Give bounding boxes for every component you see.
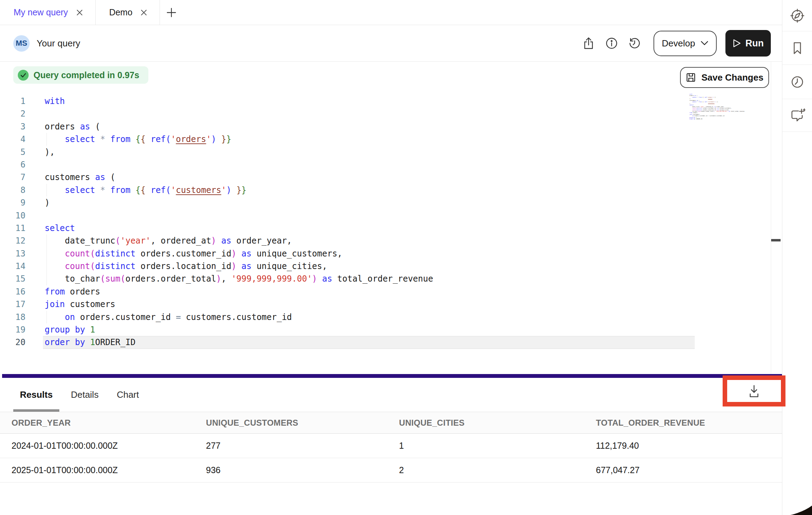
download-results-button[interactable]	[727, 380, 781, 402]
code-line[interactable]: 4 select * from {{ ref('orders') }}	[0, 133, 695, 145]
minimap[interactable]: withorders as ( select * from {{ ref('or…	[689, 94, 749, 120]
line-number: 9	[0, 196, 25, 209]
results-panel: ResultsDetailsChart ORDER_YEARUNIQUE_CUS…	[0, 378, 782, 515]
code-line[interactable]: 5),	[0, 146, 695, 158]
table-cell: 677,047.27	[584, 458, 782, 483]
column-header[interactable]: UNIQUE_CITIES	[387, 412, 584, 434]
code-line[interactable]: 14 count(distinct orders.location_id) as…	[0, 260, 695, 273]
table-row[interactable]: 2025-01-01T00:00:00.000Z9362677,047.27	[0, 458, 782, 483]
new-tab-button[interactable]	[160, 0, 183, 25]
code-line[interactable]: 9)	[0, 196, 695, 209]
sidebar-button-chat-sparkles[interactable]	[782, 99, 812, 132]
chevron-down-icon	[701, 41, 708, 46]
results-tab-results[interactable]: Results	[14, 378, 59, 412]
table-cell: 2025-01-01T00:00:00.000Z	[0, 458, 194, 483]
develop-dropdown[interactable]: Develop	[654, 31, 717, 56]
check-circle-icon	[18, 70, 29, 81]
line-number: 17	[0, 298, 25, 311]
line-number: 10	[0, 209, 25, 222]
status-badge: Query completed in 0.97s	[13, 66, 148, 84]
sidebar-button-bookmark[interactable]	[782, 31, 812, 65]
tab-demo[interactable]: Demo	[96, 0, 160, 25]
avatar[interactable]: MS	[13, 35, 30, 52]
save-label: Save Changes	[701, 72, 763, 83]
code-line[interactable]: 7customers as (	[0, 171, 695, 184]
tab-label: Demo	[109, 7, 133, 17]
main-panel: My new query Demo MS Your query	[0, 0, 782, 515]
line-number: 19	[0, 323, 25, 336]
line-number: 7	[0, 171, 25, 184]
annotation-highlight-box	[723, 375, 785, 406]
query-header: MS Your query Develop Run	[0, 25, 782, 62]
panel-resize-divider[interactable]	[2, 374, 782, 378]
line-number: 4	[0, 133, 25, 145]
code-line[interactable]: 15 to_char(sum(orders.order_total), '999…	[0, 273, 695, 285]
table-cell: 2	[387, 458, 584, 483]
save-changes-button[interactable]: Save Changes	[680, 67, 769, 88]
play-icon	[732, 38, 741, 48]
tab-label: My new query	[14, 7, 68, 17]
code-line[interactable]: 19group by 1	[0, 323, 695, 336]
code-line[interactable]: 17join customers	[0, 298, 695, 311]
column-header[interactable]: ORDER_YEAR	[0, 412, 194, 434]
scrollbar-track	[771, 62, 771, 374]
code-line[interactable]: 18 on orders.customer_id = customers.cus…	[0, 311, 695, 323]
line-number: 1	[0, 95, 25, 107]
code-line[interactable]: 13 count(distinct orders.customer_id) as…	[0, 247, 695, 260]
close-icon[interactable]	[76, 9, 83, 16]
screen-corner-artifact	[790, 506, 812, 515]
history-icon[interactable]	[626, 34, 644, 52]
clock-icon	[790, 74, 805, 90]
sidebar-button-compass[interactable]	[782, 0, 812, 31]
results-tab-chart[interactable]: Chart	[111, 378, 145, 412]
table-cell: 277	[194, 434, 387, 458]
line-number: 3	[0, 120, 25, 133]
code-line[interactable]: 3orders as (	[0, 120, 695, 133]
scrollbar-thumb[interactable]	[771, 239, 781, 241]
sql-editor: Query completed in 0.97s Save Changes 1w…	[0, 62, 782, 374]
download-icon	[746, 384, 762, 398]
table-header-row: ORDER_YEARUNIQUE_CUSTOMERSUNIQUE_CITIEST…	[0, 412, 782, 434]
line-number: 5	[0, 146, 25, 158]
share-icon[interactable]	[580, 34, 598, 52]
results-tab-details[interactable]: Details	[65, 378, 104, 412]
save-icon	[686, 72, 696, 83]
table-row[interactable]: 2024-01-01T00:00:00.000Z2771112,179.40	[0, 434, 782, 458]
close-icon[interactable]	[140, 9, 148, 16]
line-number: 14	[0, 260, 25, 273]
develop-label: Develop	[662, 38, 695, 49]
line-number: 15	[0, 273, 25, 285]
page-title: Your query	[37, 38, 80, 49]
line-number: 16	[0, 285, 25, 298]
chat-sparkles-icon	[789, 108, 805, 123]
code-line[interactable]: 20order by 1ORDER_ID	[0, 336, 695, 349]
code-area[interactable]: 1with23orders as (4 select * from {{ ref…	[0, 95, 695, 349]
line-number: 11	[0, 222, 25, 234]
code-line[interactable]: 12 date_trunc('year', ordered_at) as ord…	[0, 234, 695, 247]
code-line[interactable]: 2	[0, 107, 695, 120]
code-line[interactable]: 6	[0, 158, 695, 171]
column-header[interactable]: UNIQUE_CUSTOMERS	[194, 412, 387, 434]
code-line[interactable]: 11select	[0, 222, 695, 234]
table-cell: 2024-01-01T00:00:00.000Z	[0, 434, 194, 458]
line-number: 13	[0, 247, 25, 260]
bookmark-icon	[790, 40, 805, 56]
line-number: 18	[0, 311, 25, 323]
sidebar-button-clock[interactable]	[782, 65, 812, 99]
line-number: 6	[0, 158, 25, 171]
results-tab-bar: ResultsDetailsChart	[0, 378, 782, 412]
tab-my-new-query[interactable]: My new query	[0, 0, 96, 25]
code-line[interactable]: 16from orders	[0, 285, 695, 298]
run-button[interactable]: Run	[725, 30, 771, 57]
line-number: 2	[0, 107, 25, 120]
info-icon[interactable]	[603, 34, 621, 52]
results-table: ORDER_YEARUNIQUE_CUSTOMERSUNIQUE_CITIEST…	[0, 412, 782, 483]
line-number: 8	[0, 184, 25, 196]
column-header[interactable]: TOTAL_ORDER_REVENUE	[584, 412, 782, 434]
code-line[interactable]: 10	[0, 209, 695, 222]
status-text: Query completed in 0.97s	[34, 70, 139, 80]
code-line[interactable]: 1with	[0, 95, 695, 107]
code-line[interactable]: 8 select * from {{ ref('customers') }}	[0, 184, 695, 196]
compass-icon	[790, 8, 805, 23]
line-number: 12	[0, 234, 25, 247]
